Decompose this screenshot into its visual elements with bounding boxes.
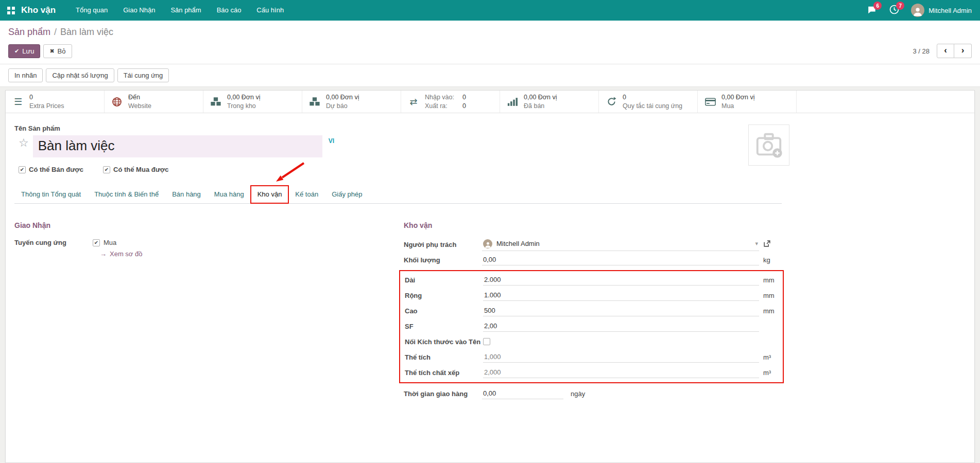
menu-san-pham[interactable]: Sản phẩm xyxy=(163,0,209,21)
credit-card-icon xyxy=(704,98,716,106)
pager-nav: ‹ › xyxy=(937,44,972,58)
length-input[interactable] xyxy=(483,274,759,286)
routes-row: Tuyến cung ứng Mua → Xem sơ đồ xyxy=(14,237,383,258)
record-actions: ✔ Lưu ✖ Bỏ xyxy=(8,44,72,58)
app-name[interactable]: Kho vận xyxy=(21,5,56,15)
height-input[interactable] xyxy=(483,305,759,316)
weight-row: Khối lượng kg xyxy=(404,252,782,268)
group-title: Giao Nhận xyxy=(14,221,383,229)
messages-badge: 6 xyxy=(873,2,882,10)
group-title: Kho vận xyxy=(404,221,782,229)
stat-button-purchased[interactable]: 0,00 Đơn vị Mua xyxy=(698,91,797,113)
volume-input[interactable] xyxy=(483,351,759,363)
checkbox-icon[interactable] xyxy=(93,239,100,246)
tab-kho-van[interactable]: Kho vận xyxy=(251,186,289,203)
height-row: Cao mm xyxy=(405,303,782,318)
breadcrumb: Sản phẩm/Bàn làm việc xyxy=(0,21,980,39)
weight-input[interactable] xyxy=(482,254,759,265)
can-sell-checkbox[interactable]: Có thể Bán được xyxy=(19,166,83,173)
responsible-field[interactable]: Mitchell Admin ▾ xyxy=(482,238,759,251)
can-purchase-checkbox[interactable]: Có thể Mua được xyxy=(103,166,169,173)
stat-button-extra-prices[interactable]: ☰ 0 Extra Prices xyxy=(6,91,105,113)
responsible-avatar xyxy=(483,239,492,248)
form-sheet: ☰ 0 Extra Prices Đến Website xyxy=(5,90,975,463)
apps-menu-icon[interactable] xyxy=(7,7,15,14)
tab-giay-phep[interactable]: Giấy phép xyxy=(325,186,369,203)
save-button[interactable]: ✔ Lưu xyxy=(8,44,40,58)
statusbar-buttons: In nhãn Cập nhật số lượng Tái cung ứng xyxy=(0,64,980,87)
stat-button-in-out[interactable]: ⇄ Nhập vào: 0 Xuất ra: 0 xyxy=(401,91,500,113)
tab-thong-tin-tong-quat[interactable]: Thông tin Tổng quát xyxy=(14,186,88,203)
product-name-input[interactable] xyxy=(33,135,322,157)
responsible-row: Người phụ trách Mitchell Admin ▾ xyxy=(404,237,782,252)
delivery-lead-time-unit: ngày xyxy=(563,390,585,398)
stat-out-label: Xuất ra: xyxy=(425,102,454,110)
volume-row: Thể tích m³ xyxy=(405,349,782,365)
route-buy-checkbox[interactable]: Mua xyxy=(93,239,142,246)
concat-size-checkbox[interactable] xyxy=(483,338,490,345)
external-link-icon[interactable] xyxy=(763,240,771,247)
sf-input[interactable] xyxy=(483,320,759,332)
concat-size-row: Nối Kích thước vào Tên xyxy=(405,334,782,349)
volume-unit: m³ xyxy=(759,353,782,361)
pager-previous-button[interactable]: ‹ xyxy=(937,44,954,58)
messages-button[interactable]: 6 xyxy=(866,5,877,15)
replenish-button[interactable]: Tái cung ứng xyxy=(117,68,169,82)
stat-button-sold[interactable]: 0,00 Đơn vị Đã bán xyxy=(500,91,599,113)
breadcrumb-parent[interactable]: Sản phẩm xyxy=(8,27,50,37)
checkbox-icon[interactable] xyxy=(19,166,26,173)
menu-bao-cao[interactable]: Báo cáo xyxy=(209,0,249,21)
list-icon: ☰ xyxy=(12,96,24,108)
stat-button-on-hand[interactable]: 0,00 Đơn vị Trong kho xyxy=(203,91,302,113)
delivery-lead-time-input[interactable] xyxy=(482,388,563,399)
menu-giao-nhan[interactable]: Giao Nhận xyxy=(115,0,163,21)
weight-unit: kg xyxy=(759,256,782,264)
tab-ke-toan[interactable]: Kế toán xyxy=(288,186,325,203)
print-labels-button[interactable]: In nhãn xyxy=(8,68,43,82)
control-panel-actions: ✔ Lưu ✖ Bỏ 3 / 28 ‹ › xyxy=(0,39,980,64)
boxes-icon xyxy=(308,97,321,106)
favorite-star-icon[interactable]: ☆ xyxy=(19,137,29,149)
form-body: Tên Sản phẩm ☆ VI Có thể Bán được xyxy=(14,113,782,417)
stat-button-reordering-rules[interactable]: 0 Quy tắc tái cung ứng xyxy=(599,91,698,113)
product-name-label: Tên Sản phẩm xyxy=(14,124,782,132)
height-unit: mm xyxy=(759,307,782,315)
stat-in-label: Nhập vào: xyxy=(425,93,454,101)
breadcrumb-separator: / xyxy=(54,27,57,37)
tab-thuoc-tinh-bien-the[interactable]: Thuộc tính & Biến thể xyxy=(88,186,165,203)
checkbox-icon[interactable] xyxy=(103,166,110,173)
menu-cau-hinh[interactable]: Cấu hình xyxy=(249,0,291,21)
stowage-volume-row: Thể tích chất xếp m³ xyxy=(405,365,782,380)
breadcrumb-current: Bàn làm việc xyxy=(60,27,113,37)
tab-mua-hang[interactable]: Mua hàng xyxy=(208,186,251,203)
stowage-volume-input[interactable] xyxy=(483,367,759,378)
language-badge[interactable]: VI xyxy=(329,137,334,145)
update-quantity-button[interactable]: Cập nhật số lượng xyxy=(46,68,114,82)
length-unit: mm xyxy=(759,276,782,284)
dropdown-caret-icon[interactable]: ▾ xyxy=(755,240,758,247)
group-giao-nhan: Giao Nhận Tuyến cung ứng Mua → Xem xyxy=(14,215,404,401)
stat-out-value: 0 xyxy=(462,102,466,110)
tab-ban-hang[interactable]: Bán hàng xyxy=(165,186,208,203)
discard-button[interactable]: ✖ Bỏ xyxy=(43,44,72,58)
stat-button-forecasted[interactable]: 0,00 Đơn vị Dự báo xyxy=(302,91,401,113)
sf-row: SF xyxy=(405,318,782,334)
pager-count: 3 / 28 xyxy=(913,47,930,55)
pager: 3 / 28 ‹ › xyxy=(913,44,972,58)
menu-tong-quan[interactable]: Tổng quan xyxy=(68,0,115,21)
user-menu[interactable]: Mitchell Admin xyxy=(911,4,972,17)
stat-button-website[interactable]: Đến Website xyxy=(105,91,203,113)
stowage-volume-unit: m³ xyxy=(759,369,782,377)
globe-icon xyxy=(111,97,123,107)
page: Kho vận Tổng quan Giao Nhận Sản phẩm Báo… xyxy=(0,0,980,463)
view-diagram-link[interactable]: → Xem sơ đồ xyxy=(100,250,142,258)
width-input[interactable] xyxy=(483,290,759,301)
arrow-right-icon: → xyxy=(100,250,107,258)
pager-next-button[interactable]: › xyxy=(954,44,972,58)
length-row: Dài mm xyxy=(405,272,782,288)
content-area: ☰ 0 Extra Prices Đến Website xyxy=(0,87,980,463)
product-image-upload[interactable] xyxy=(748,124,789,166)
width-row: Rộng mm xyxy=(405,288,782,303)
activities-button[interactable]: 7 xyxy=(888,5,900,15)
stat-in-value: 0 xyxy=(462,93,466,101)
